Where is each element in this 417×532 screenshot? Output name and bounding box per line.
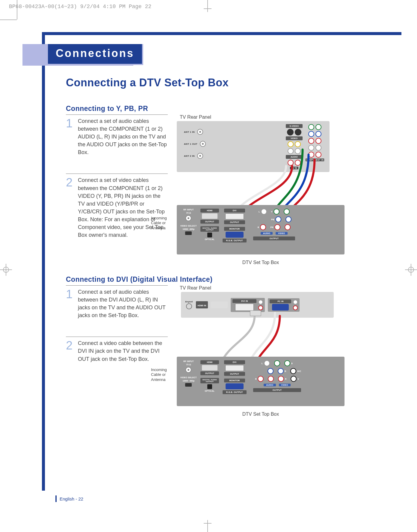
label-tv-rear-2: TV Rear Panel — [180, 285, 395, 291]
subhead-component-text: Connecting to Y, PB, PR — [66, 105, 148, 112]
digaud-label: DIGITAL AUDIO OUTPUT — [200, 226, 219, 232]
page-area: Connections Connecting a DTV Set-Top Box… — [22, 25, 406, 514]
video-select-switch-2 — [185, 383, 192, 387]
av-laudio-2 — [295, 148, 301, 154]
hdmi-in-port — [211, 302, 228, 308]
optical-label-2: OPTICAL — [205, 390, 215, 392]
rf-jack-2 — [185, 367, 191, 373]
vga-port — [226, 232, 244, 238]
step-2: 2 Connect a set of video cables between … — [66, 174, 168, 245]
stb2-v-label: V — [297, 378, 299, 380]
stb2-pr — [268, 376, 274, 382]
step-4-number: 2 — [66, 339, 73, 363]
75-label-2: 75 Ω — [186, 364, 191, 366]
stb2-video-label: VIDEO — [279, 384, 291, 386]
steps-column-2: 1 Connect a set of audio cables between … — [66, 285, 168, 370]
comp-r-2 — [315, 152, 321, 158]
vga-port-2 — [226, 383, 244, 389]
monitor-label: MONITOR — [224, 227, 245, 231]
480-label: 480p — [189, 228, 194, 230]
ant1-label: ANT 1 IN — [184, 131, 195, 133]
step-1-number: 1 — [66, 117, 73, 156]
output-label-4: OUTPUT — [224, 372, 245, 376]
hdmiin-label: HDMI IN — [198, 305, 206, 307]
step-3: 1 Connect a set of audio cables between … — [66, 285, 168, 326]
pcin-label: PC IN — [270, 299, 291, 303]
content-region: Connecting a DTV Set-Top Box Connecting … — [66, 76, 395, 417]
stb2-audio-r — [258, 376, 264, 382]
digaud-label-2: DIGITAL AUDIO OUTPUT — [200, 378, 219, 383]
corner-mark-h — [0, 19, 17, 20]
hdmi-label: HDMI — [200, 209, 219, 213]
diagram-2: TV Rear Panel Anynet HDMI IN DVI IN — [177, 285, 395, 417]
rf-label: RF INPUT — [183, 209, 194, 211]
rgb-label: R.G.B. OUTPUT — [223, 239, 247, 242]
av-raudio-2 — [295, 160, 301, 166]
step-2-number: 2 — [66, 176, 73, 239]
rgb-label-2: R.G.B. OUTPUT — [223, 390, 247, 394]
stb-rgb-r1 — [285, 224, 291, 230]
stb2-rc — [278, 376, 284, 382]
anynet-jack — [186, 303, 192, 309]
stb-pr-label: PR — [270, 226, 273, 228]
registration-mark-right — [405, 264, 417, 276]
label-tv-rear-1: TV Rear Panel — [180, 114, 395, 120]
dvi-port — [225, 213, 244, 219]
subhead-component: Connecting to Y, PB, PR — [66, 105, 395, 113]
pc-audio-l — [293, 300, 298, 305]
ant2-jack — [197, 153, 203, 159]
crop-mark-bottom — [204, 519, 211, 532]
svideo-jack — [287, 129, 294, 135]
output-label-3: OUTPUT — [200, 371, 219, 375]
stb2-hc-label: H/C — [297, 370, 301, 372]
stb2-b-label: B — [285, 370, 286, 372]
dvi-in-port — [235, 304, 254, 311]
stb-rgb-g1 — [284, 209, 290, 215]
stb-panel-2: Incoming Cable or Antenna RF INPUT 75 Ω … — [177, 357, 345, 406]
av-video-jack-2 — [295, 141, 301, 147]
ant1-jack — [197, 129, 203, 135]
video-select-switch — [185, 231, 192, 235]
comp-l-2 — [315, 145, 321, 151]
vidsel-label: VIDEO SELECT — [180, 225, 197, 227]
stb-l-label: L — [259, 211, 260, 213]
comp-l-1 — [308, 145, 314, 151]
print-header: BP68-00423A-00(14~23) 9/2/04 4:10 PM Pag… — [9, 4, 151, 10]
stb-video-pb — [275, 216, 281, 222]
incoming-label-2: Incoming Cable or Antenna — [151, 367, 176, 382]
output-label-1: OUTPUT — [200, 220, 219, 224]
stb-video-pr — [274, 224, 280, 230]
subhead-dvi: Connecting to DVI (Digital Visual Interf… — [66, 275, 395, 284]
step-4: 2 Connect a video cable between the DVI … — [66, 337, 168, 369]
dvi-port-2 — [225, 365, 244, 371]
incoming-label-1: Incoming Cable or Antenna — [151, 216, 176, 230]
step-3-text: Connect a set of audio cables between th… — [78, 288, 168, 319]
compin-label: COMPONENT IN — [306, 159, 324, 161]
step-1-text: Connect a set of audio cables between th… — [78, 117, 168, 156]
footer-bar — [55, 495, 57, 502]
comp-pr-2 — [315, 138, 321, 144]
stb2-l-label: L — [262, 362, 263, 364]
caption-stb-2: DTV Set Top Box — [177, 412, 345, 417]
stb2-r-label: R — [255, 378, 257, 380]
1080-label: 1080i — [182, 228, 188, 230]
comp-pr-1 — [308, 138, 314, 144]
avin-label: AV IN — [290, 167, 298, 169]
rf-label-2: RF INPUT — [183, 360, 194, 362]
480-label-2: 480p — [189, 380, 194, 382]
vidsel-label-2: VIDEO SELECT — [180, 376, 197, 379]
corner-mark-v — [17, 0, 17, 19]
output-label-2: OUTPUT — [224, 220, 245, 224]
stb-audio-l — [261, 209, 267, 215]
video-label: VIDEO — [286, 136, 303, 140]
stb-output-label: OUTPUT — [253, 236, 295, 240]
75-label: 75 Ω — [186, 212, 191, 214]
page-footer: English - 22 — [55, 495, 83, 502]
monitor-label-2: MONITOR — [224, 379, 245, 382]
stb-audio-r — [260, 224, 266, 230]
stb-y-label: Y — [271, 211, 273, 213]
stb2-y — [274, 360, 280, 366]
stb-video-label: VIDEO — [276, 232, 287, 235]
pc-in-group: PC IN — [268, 298, 300, 312]
ant2-label: ANT 2 IN — [184, 155, 195, 157]
